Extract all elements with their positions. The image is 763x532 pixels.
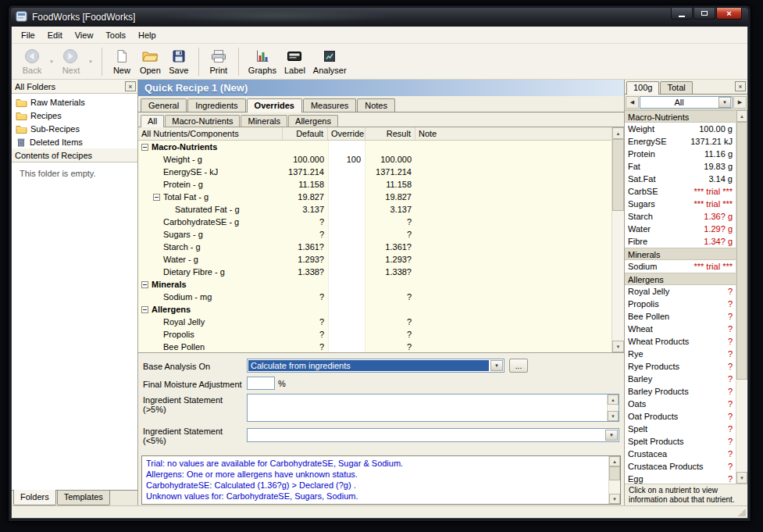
- moisture-input[interactable]: [247, 377, 275, 390]
- nutrient-row[interactable]: Wheat Products?: [625, 335, 736, 348]
- grid-vertical-scrollbar[interactable]: ▲ ▼: [611, 127, 624, 352]
- override-cell[interactable]: [328, 278, 365, 291]
- note-cell[interactable]: [415, 266, 611, 278]
- grid-row[interactable]: Water - g1.293?1.293?: [138, 253, 611, 266]
- nutrient-row[interactable]: Crustacea?: [625, 448, 736, 460]
- resize-grip-icon[interactable]: [738, 509, 746, 516]
- nutrient-row[interactable]: Rye?: [625, 348, 736, 360]
- grid-row[interactable]: Sugars - g??: [138, 228, 611, 241]
- titlebar[interactable]: FoodWorks [FoodWorks] ×: [11, 8, 748, 27]
- messages-scrollbar[interactable]: ▲ ▼: [608, 456, 620, 504]
- scrollbar-track[interactable]: [612, 139, 624, 341]
- previous-nutrient-set-button[interactable]: ◀: [626, 96, 639, 109]
- tab-folders[interactable]: Folders: [13, 490, 56, 505]
- folder-item-sub-recipes[interactable]: Sub-Recipes: [12, 122, 137, 135]
- back-button[interactable]: Back: [18, 45, 46, 78]
- menu-file[interactable]: File: [15, 28, 41, 42]
- save-button[interactable]: Save: [165, 45, 193, 78]
- nutrient-row[interactable]: Crustacea Products?: [625, 460, 736, 473]
- grid-row[interactable]: Starch - g1.361?1.361?: [138, 241, 611, 253]
- nutrient-row[interactable]: Rye Products?: [625, 360, 736, 373]
- override-cell[interactable]: [328, 291, 365, 303]
- nutrient-row[interactable]: Sugars*** trial ***: [625, 198, 736, 210]
- nutrient-row[interactable]: Oat Products?: [625, 410, 736, 423]
- scrollbar-track[interactable]: [609, 466, 620, 494]
- subtab-minerals[interactable]: Minerals: [241, 115, 287, 127]
- nutrient-row[interactable]: Sodium*** trial ***: [625, 260, 736, 273]
- override-cell[interactable]: [328, 241, 365, 253]
- note-cell[interactable]: [415, 178, 611, 191]
- nutrient-row[interactable]: Propolis?: [625, 298, 736, 310]
- chevron-down-icon[interactable]: ▼: [490, 360, 503, 371]
- override-cell[interactable]: [328, 266, 365, 278]
- nutrient-group-header[interactable]: Minerals: [625, 248, 736, 260]
- tab-notes[interactable]: Notes: [357, 98, 395, 112]
- note-cell[interactable]: [415, 328, 611, 341]
- nutrient-row[interactable]: Wheat?: [625, 323, 736, 335]
- nutrient-group-header[interactable]: Macro-Nutrients: [625, 110, 736, 123]
- override-cell[interactable]: [328, 303, 365, 316]
- scroll-down-icon[interactable]: ▼: [612, 341, 624, 352]
- print-button[interactable]: Print: [205, 45, 233, 78]
- grid-row[interactable]: Minerals: [138, 278, 611, 291]
- subtab-all[interactable]: All: [141, 115, 164, 127]
- menu-edit[interactable]: Edit: [41, 28, 69, 42]
- close-button[interactable]: ×: [716, 8, 742, 20]
- column-header-default[interactable]: Default: [283, 127, 328, 140]
- override-cell[interactable]: [328, 191, 365, 203]
- ingredient-gt5-scrollbar[interactable]: ▲ ▼: [607, 395, 619, 421]
- menu-view[interactable]: View: [69, 28, 100, 42]
- override-cell[interactable]: [328, 316, 365, 328]
- open-button[interactable]: Open: [136, 45, 165, 78]
- scrollbar-thumb[interactable]: [612, 139, 624, 211]
- grid-row[interactable]: Dietary Fibre - g1.338?1.338?: [138, 266, 611, 278]
- grid-row[interactable]: Weight - g100.000100100.000: [138, 153, 611, 166]
- override-cell[interactable]: [328, 178, 365, 191]
- next-nutrient-set-button[interactable]: ▶: [733, 96, 747, 109]
- override-cell[interactable]: 100: [328, 153, 365, 166]
- scroll-down-icon[interactable]: ▼: [736, 472, 747, 484]
- back-dropdown-icon[interactable]: ▼: [46, 59, 57, 64]
- folder-item-recipes[interactable]: Recipes: [12, 109, 137, 122]
- override-cell[interactable]: [328, 203, 365, 216]
- note-cell[interactable]: [415, 253, 611, 266]
- nutrient-list-scrollbar[interactable]: ▲ ▼: [736, 110, 747, 484]
- nutrient-row[interactable]: Weight100.00 g: [625, 123, 736, 135]
- tab-total[interactable]: Total: [660, 81, 692, 94]
- grid-row[interactable]: Total Fat - g19.82719.827: [138, 191, 611, 203]
- close-nutrition-panel-button[interactable]: ×: [735, 81, 746, 91]
- note-cell[interactable]: [415, 216, 611, 228]
- menu-help[interactable]: Help: [132, 28, 162, 42]
- subtab-allergens[interactable]: Allergens: [288, 115, 338, 127]
- subtab-macro-nutrients[interactable]: Macro-Nutrients: [165, 115, 240, 127]
- override-cell[interactable]: [328, 253, 365, 266]
- grid-row[interactable]: Sodium - mg??: [138, 291, 611, 303]
- grid-row[interactable]: Allergens: [138, 303, 611, 316]
- grid-row[interactable]: CarbohydrateSE - g??: [138, 216, 611, 228]
- nutrient-row[interactable]: Oats?: [625, 398, 736, 410]
- column-header-note[interactable]: Note: [415, 127, 611, 140]
- nutrient-row[interactable]: CarbSE*** trial ***: [625, 185, 736, 198]
- close-folders-panel-button[interactable]: ×: [125, 81, 136, 91]
- nutrient-row[interactable]: Protein11.16 g: [625, 148, 736, 160]
- note-cell[interactable]: [415, 203, 611, 216]
- maximize-button[interactable]: [693, 8, 715, 20]
- scroll-up-icon[interactable]: ▲: [736, 110, 747, 122]
- override-cell[interactable]: [328, 141, 365, 153]
- note-cell[interactable]: [415, 153, 611, 166]
- grid-row[interactable]: Saturated Fat - g3.1373.137: [138, 203, 611, 216]
- ingredient-gt5-textarea[interactable]: ▲ ▼: [247, 394, 619, 422]
- folder-item-raw-materials[interactable]: Raw Materials: [12, 95, 137, 109]
- minimize-button[interactable]: [671, 8, 693, 20]
- note-cell[interactable]: [415, 303, 611, 316]
- ingredient-lt5-select[interactable]: ▼: [247, 428, 619, 442]
- note-cell[interactable]: [415, 341, 611, 353]
- grid-row[interactable]: Propolis??: [138, 328, 611, 341]
- grid-row[interactable]: Macro-Nutrients: [138, 141, 611, 153]
- column-header-result[interactable]: Result: [365, 127, 415, 140]
- collapse-expander-icon[interactable]: [153, 194, 160, 201]
- override-cell[interactable]: [328, 328, 365, 341]
- tab-general[interactable]: General: [141, 98, 187, 112]
- nutrient-row[interactable]: Barley?: [625, 373, 736, 385]
- scroll-up-icon[interactable]: ▲: [608, 395, 619, 405]
